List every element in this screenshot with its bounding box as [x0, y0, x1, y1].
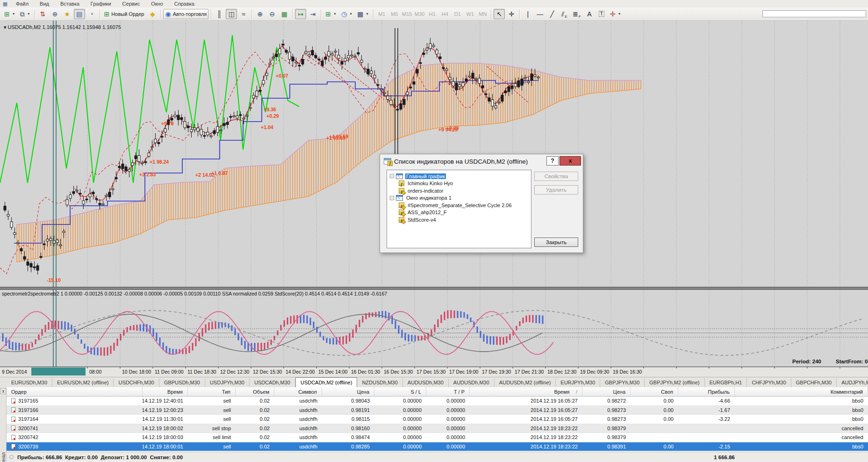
metaeditor-button[interactable]: ◆ [147, 9, 158, 19]
menu-item-0[interactable]: Файл [10, 0, 34, 7]
chart-tab-7[interactable]: NZDUSDh,M30 [357, 378, 402, 387]
auto-scroll-button[interactable]: ↦ [295, 9, 306, 19]
column-header-11[interactable]: Прибыль [678, 387, 735, 396]
table-row[interactable]: 32007422014.12.19 18:00:03sell limit0.02… [7, 433, 868, 442]
line-chart-button[interactable]: ≈ [238, 9, 249, 19]
arrows-button[interactable]: ✢▼ [608, 9, 623, 19]
column-header-8[interactable]: Время/ [470, 387, 582, 396]
column-header-1[interactable]: Время [143, 387, 188, 396]
timeframe-m5-button[interactable]: M5 [388, 10, 401, 18]
chart-tab-15[interactable]: CHFJPYh,M30 [747, 378, 791, 387]
chart-tab-10[interactable]: AUDUSDh,M2 (offline) [495, 378, 556, 387]
timeframe-h4-button[interactable]: H4 [438, 10, 451, 18]
profiles-button[interactable]: ⧉▼ [18, 9, 32, 19]
tree-item-6[interactable]: StdScore-v4 [387, 216, 531, 224]
timeframe-mn-button[interactable]: MN [476, 10, 489, 18]
tree-item-4[interactable]: #Spectrometr_Separate_Selective Cycle 2.… [387, 202, 531, 209]
column-header-7[interactable]: T / P [426, 387, 470, 396]
table-row[interactable]: 32007412014.12.19 18:00:02sell stop0.02u… [7, 424, 868, 433]
close-button[interactable]: Закрыть [534, 238, 578, 247]
chart-tab-13[interactable]: GBPJPYh,M2 (offline) [645, 378, 704, 387]
chart-tab-9[interactable]: AUDUSDh,M30 [449, 378, 495, 387]
tree-item-0[interactable]: −Главный график [387, 173, 531, 180]
chart-tab-2[interactable]: USDCHFh,M30 [114, 378, 159, 387]
vertical-line-button[interactable]: | [522, 9, 533, 19]
timeframe-w1-button[interactable]: W1 [464, 10, 476, 18]
column-header-6[interactable]: S / L [374, 387, 426, 396]
chart-tab-3[interactable]: GBPUSDh,M30 [159, 378, 205, 387]
terminal-button[interactable]: ▤ [74, 9, 85, 19]
tile-windows-button[interactable]: ▦ [279, 9, 290, 19]
terminal-close-icon[interactable]: x [0, 388, 6, 394]
chart-tab-1[interactable]: EURUSDh,M2 (offline) [52, 378, 114, 387]
timeframe-m30-button[interactable]: M30 [413, 10, 426, 18]
timeframe-m1-button[interactable]: M1 [375, 10, 388, 18]
chart-tab-0[interactable]: EURUSDh,M30 [7, 378, 52, 387]
timeframe-d1-button[interactable]: D1 [451, 10, 464, 18]
navigator-button[interactable]: ★ [62, 9, 73, 19]
menu-item-3[interactable]: Графики [85, 0, 117, 7]
chart-tab-4[interactable]: USDJPYh,M30 [205, 378, 250, 387]
tree-item-1[interactable]: Ichimoku Kinko Hyo [387, 180, 531, 188]
column-header-0[interactable]: Ордер [7, 387, 143, 396]
table-row[interactable]: 31971652014.12.19 12:40:01sell0.02usdchf… [7, 397, 868, 406]
column-header-3[interactable]: Объем [236, 387, 274, 396]
column-header-9[interactable]: Цена [582, 387, 631, 396]
chart-tab-14[interactable]: EURGBPh,H1 [705, 378, 747, 387]
column-header-10[interactable]: Своп [631, 387, 678, 396]
chart-tab-6[interactable]: USDCADh,M2 (offline) [295, 377, 357, 387]
tree-expander-icon[interactable]: − [390, 196, 394, 200]
data-window-button[interactable]: ⊕ [50, 9, 61, 19]
column-header-2[interactable]: Тип [188, 387, 236, 396]
search-input[interactable] [762, 10, 866, 17]
chart-tab-16[interactable]: GBPCHFh,M30 [791, 378, 837, 387]
auto-trading-button[interactable]: ◉Авто-торговля [163, 9, 208, 19]
delete-button[interactable]: Удалить [534, 185, 578, 195]
chart-tab-5[interactable]: USDCADh,M30 [250, 378, 295, 387]
strategy-tester-button[interactable]: ◔ [86, 9, 97, 19]
dialog-help-button[interactable]: ? [546, 156, 559, 166]
column-header-12[interactable]: Комментарий [735, 387, 868, 396]
chart-tab-11[interactable]: EURJPYh,M30 [556, 378, 600, 387]
text-label-button[interactable]: T [596, 9, 607, 19]
menu-item-2[interactable]: Вставка [55, 0, 85, 7]
tree-expander-icon[interactable]: − [390, 174, 394, 178]
column-header-4[interactable]: Символ [274, 387, 322, 396]
table-row[interactable]: 32007392014.12.19 18:00:01sell0.02usdchf… [7, 442, 868, 452]
zoom-in-button[interactable]: ⊕ [254, 9, 265, 19]
table-row[interactable]: 31971642014.12.19 11:30:01sell0.02usdchf… [7, 415, 868, 424]
text-button[interactable]: A [584, 9, 595, 19]
periods-button[interactable]: ◷▼ [339, 9, 354, 19]
new-chart-button[interactable]: ⊞▼ [2, 9, 17, 19]
chart-shift-button[interactable]: ⇥ [307, 9, 318, 19]
trendline-button[interactable]: ╱ [546, 9, 558, 19]
orders-table-header[interactable]: ОрдерВремяТипОбъемСимволЦенаS / LT / PВр… [7, 387, 868, 397]
indicators-button[interactable]: ⊞▼ [323, 9, 338, 19]
new-order-button[interactable]: ⊞Новый Ордер [102, 9, 146, 19]
properties-button[interactable]: Свойства [534, 172, 578, 181]
chart-tab-8[interactable]: AUDUSDh,M30 [403, 378, 449, 387]
fibonacci-button[interactable]: ≣F [571, 9, 583, 19]
menu-item-1[interactable]: Вид [34, 0, 55, 7]
menu-item-5[interactable]: Окно [145, 0, 169, 7]
crosshair-button[interactable]: ✛ [506, 9, 517, 19]
cursor-button[interactable]: ↖ [494, 9, 505, 19]
chart-tab-12[interactable]: GBPJPYh,M30 [600, 378, 645, 387]
zoom-out-button[interactable]: ⊖ [266, 9, 278, 19]
table-row[interactable]: 31971662014.12.19 12:00:23sell0.02usdchf… [7, 406, 868, 415]
tree-item-3[interactable]: −Окно индикатора 1 [387, 195, 531, 202]
horizontal-line-button[interactable]: — [534, 9, 545, 19]
tree-item-2[interactable]: orders-indicator [387, 187, 531, 195]
menu-item-6[interactable]: Справка [169, 0, 200, 7]
bar-chart-button[interactable]: ║ [214, 9, 225, 19]
dialog-close-icon[interactable]: x [560, 156, 581, 166]
candlestick-chart-button[interactable]: ◫ [226, 9, 237, 19]
market-watch-button[interactable]: ⇅ [37, 9, 49, 19]
templates-button[interactable]: ▩▼ [355, 9, 371, 19]
tree-item-5[interactable]: ASS_ahp2012_F [387, 209, 531, 217]
timeframe-h1-button[interactable]: H1 [426, 10, 438, 18]
equidistant-channel-button[interactable]: ⫽E [559, 9, 570, 19]
timeframe-m15-button[interactable]: M15 [401, 10, 413, 18]
menu-item-4[interactable]: Сервис [117, 0, 146, 7]
chart-tab-17[interactable]: AUDJPYh,M30 [837, 378, 868, 387]
